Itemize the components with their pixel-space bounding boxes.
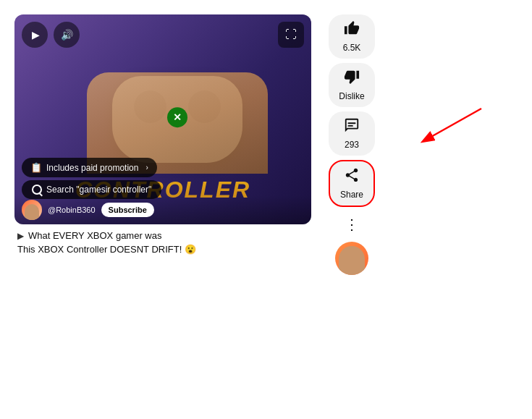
dislike-button[interactable]: Dislike: [329, 63, 375, 107]
video-info: ▶ What EVERY XBOX gamer was This XBOX Co…: [14, 230, 311, 255]
play-button[interactable]: [22, 22, 48, 48]
share-icon: [344, 167, 360, 187]
volume-button[interactable]: [54, 22, 80, 48]
more-dots-icon: ⋮: [345, 216, 360, 233]
video-section: ✕ 📋 Includes paid promotion ›: [14, 14, 311, 275]
channel-name: @RobinB360: [48, 206, 96, 214]
comment-icon: [344, 117, 360, 137]
promotion-chevron: ›: [145, 164, 148, 172]
xbox-logo-icon: ✕: [167, 107, 187, 127]
dislike-label: Dislike: [339, 91, 364, 101]
like-count: 6.5K: [343, 43, 361, 53]
promotion-banner[interactable]: 📋 Includes paid promotion ›: [22, 158, 157, 177]
svg-rect-0: [348, 122, 356, 124]
video-controls-bar: [22, 22, 304, 48]
video-player[interactable]: ✕ 📋 Includes paid promotion ›: [14, 14, 311, 224]
fullscreen-button[interactable]: [278, 22, 304, 48]
creator-avatar[interactable]: [335, 242, 368, 275]
share-button[interactable]: Share: [329, 160, 375, 207]
comment-count: 293: [345, 140, 359, 150]
promotion-text: Includes paid promotion: [46, 163, 138, 173]
more-options-button[interactable]: ⋮: [339, 211, 365, 237]
play-triangle-icon: ▶: [17, 231, 24, 241]
comment-button[interactable]: 293: [329, 111, 375, 156]
video-title-line: ▶ What EVERY XBOX gamer was: [17, 230, 308, 241]
sidebar-actions: 6.5K Dislike 293: [323, 14, 381, 275]
video-subtitle: This XBOX Controller DOESNT DRIFT! 😮: [17, 244, 308, 255]
search-text: Search "gamesir controller": [46, 185, 151, 195]
dislike-icon: [344, 69, 360, 88]
svg-rect-1: [348, 125, 353, 127]
video-subtitle-text: This XBOX Controller DOESNT DRIFT! 😮: [17, 244, 196, 255]
like-button[interactable]: 6.5K: [329, 14, 375, 59]
search-icon: [32, 185, 42, 195]
video-title: What EVERY XBOX gamer was: [28, 230, 161, 241]
like-icon: [344, 20, 360, 40]
promotion-icon: 📋: [30, 162, 42, 173]
share-label: Share: [340, 190, 363, 200]
subscribe-button[interactable]: Subscribe: [101, 203, 154, 217]
search-overlay-button[interactable]: Search "gamesir controller": [22, 180, 161, 199]
